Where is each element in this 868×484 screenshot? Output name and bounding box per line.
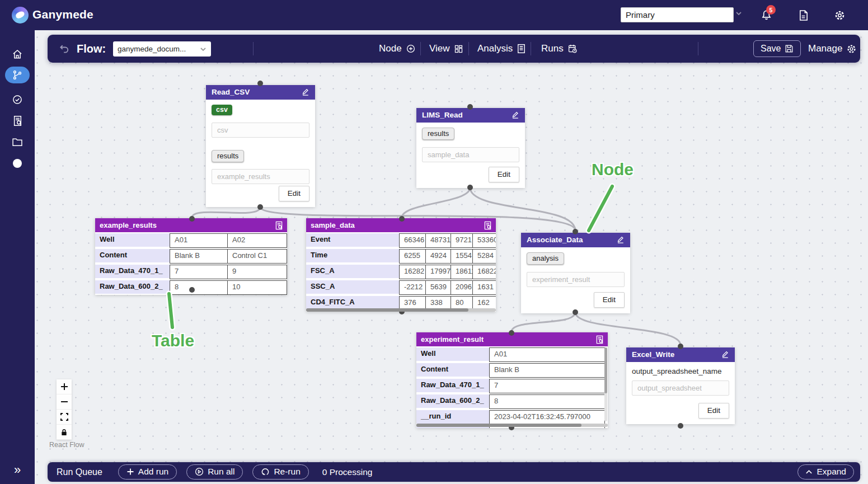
results-badge: results [422,128,454,140]
flow-handle[interactable] [257,81,263,86]
sidebar-item-audit[interactable] [5,112,30,129]
table-row: Event66346487319721533605 [306,233,496,248]
data-cell: -2212 [400,281,425,294]
chevron-down-icon[interactable] [735,10,742,17]
table-row: ContentBlank BControl C1 [95,249,287,264]
sidebar-item-home[interactable] [5,46,30,63]
app-name: Ganymede [32,8,93,21]
table-row: Raw_Data_600_2_8 [416,394,608,409]
table-inspect-icon[interactable] [275,221,283,230]
menu-item-runs[interactable]: Runs [541,35,578,63]
data-cell: 1554 [451,250,472,263]
expand-button[interactable]: Expand [797,464,854,480]
gear-icon[interactable] [832,7,847,23]
table-inspect-icon[interactable] [595,335,604,344]
menu-item-node[interactable]: Node [379,35,416,63]
flow-handle[interactable] [399,216,405,222]
flow-select[interactable]: ganymede_docum... [113,41,211,57]
chevron-up-icon [805,469,813,474]
table-row: WellA01 [416,347,608,362]
manage-button[interactable]: Manage [808,35,857,63]
data-cell: 2096 [451,281,472,294]
check-circle-icon [12,94,23,105]
data-cell: 16822 [472,265,496,279]
row-label-cell: Raw_Data_470_1_ [416,379,489,392]
zoom-in-button[interactable] [57,379,72,394]
flow-handle[interactable] [189,287,195,293]
flow-handle[interactable] [678,423,683,429]
gear-icon [846,44,857,54]
canvas-controls [57,379,72,440]
run-all-button[interactable]: Run all [186,464,243,480]
menu-item-analysis[interactable]: Analysis [477,35,526,63]
rerun-button[interactable]: Re-run [252,464,308,480]
horizontal-scrollbar[interactable] [416,424,608,427]
horizontal-scrollbar[interactable] [306,308,496,312]
flow-handle[interactable] [257,204,263,210]
flow-handle[interactable] [467,104,473,110]
processing-status: 0 Processing [322,467,373,477]
data-cell: A01 [490,348,604,361]
edit-pencil-icon[interactable] [301,88,309,96]
node-title: Excel_Write [632,350,674,359]
table-inspect-icon[interactable] [484,221,492,230]
row-label-cell: Content [95,249,170,262]
edit-button[interactable]: Edit [698,403,729,419]
edit-pencil-icon[interactable] [511,111,519,119]
table-sample-data[interactable]: sample_data Event66346487319721533605Tim… [306,218,496,312]
results-name-input[interactable] [422,147,519,162]
table-row: ContentBlank B [416,363,608,378]
node-excel-write[interactable]: Excel_Write output_spreadsheet_name Edit [626,347,735,424]
flow-handle[interactable] [509,330,514,336]
document-icon[interactable] [795,7,811,23]
edit-button[interactable]: Edit [489,167,519,182]
top-navbar: Ganymede Primary 5 [0,0,868,30]
data-cell: 4924 [425,250,451,263]
edit-pencil-icon[interactable] [616,236,625,244]
annotation-node: Node [592,160,634,179]
lock-button[interactable] [57,425,72,440]
add-run-button[interactable]: Add run [118,464,177,480]
undo-button[interactable] [59,35,70,63]
table-experiment-result[interactable]: experiment_result WellA01ContentBlank BR… [416,332,608,428]
edit-button[interactable]: Edit [594,292,625,308]
flow-handle[interactable] [678,344,683,349]
edit-button[interactable]: Edit [279,186,309,201]
table-example-results[interactable]: example_results WellA01A02ContentBlank B… [95,218,287,295]
run-queue-title: Run Queue [57,467,102,477]
vertical-scrollbar[interactable] [604,347,607,421]
save-button[interactable]: Save [753,40,801,57]
table-title: example_results [100,221,157,229]
node-associate-data[interactable]: Associate_Data analysis Edit [521,233,630,313]
flow-handle[interactable] [573,229,578,234]
sidebar-expand-button[interactable]: » [0,464,35,476]
node-read-csv[interactable]: Read_CSV csv results Edit [206,85,315,207]
data-cell: 66346 [400,234,425,247]
flow-toolbar: Flow: ganymede_docum... Node View Analys… [48,35,860,63]
results-name-input[interactable] [212,169,309,184]
edit-pencil-icon[interactable] [721,350,729,359]
param-label: output_spreadsheet_name [632,367,722,375]
workspace-input[interactable]: Primary [621,7,734,22]
document-list-icon [517,44,526,54]
flow-handle[interactable] [467,185,473,190]
flow-handle[interactable] [573,309,578,315]
table-title: sample_data [311,221,355,229]
sidebar-item-status[interactable] [5,155,30,172]
data-cell: 48731 [425,234,451,247]
sidebar-item-files[interactable] [5,134,30,151]
sidebar-item-checks[interactable] [5,91,30,108]
sidebar-item-flow[interactable] [5,67,30,83]
node-lims-read[interactable]: LIMS_Read results Edit [416,108,525,188]
fit-view-button[interactable] [57,410,72,425]
row-label-cell: Time [306,249,399,262]
zoom-out-button[interactable] [57,394,72,410]
flow-handle[interactable] [189,216,195,222]
csv-file-input[interactable] [212,123,309,138]
home-icon [12,49,23,60]
results-name-input[interactable] [527,272,625,287]
menu-item-view[interactable]: View [429,35,463,63]
data-cell: 7 [490,379,604,393]
table-row: Raw_Data_470_1_7 [416,379,608,393]
output-spreadsheet-input[interactable] [632,380,729,396]
